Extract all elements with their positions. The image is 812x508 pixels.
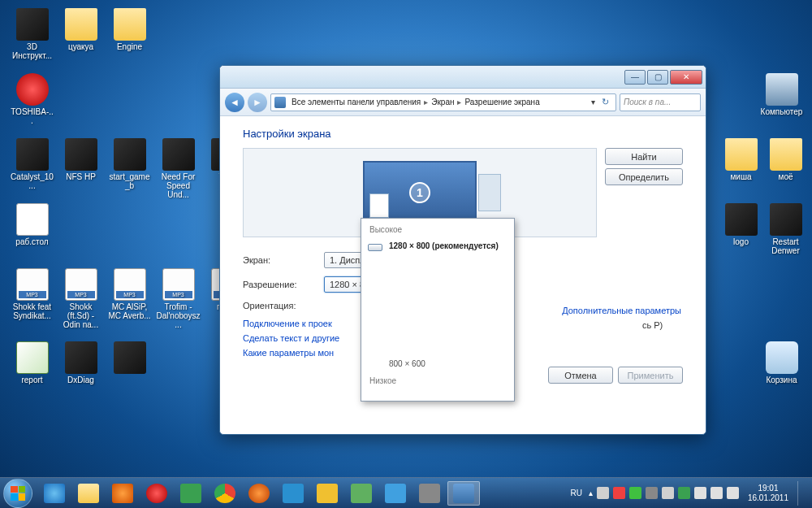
- taskbar-clock[interactable]: 19:01 16.01.2011: [743, 484, 793, 502]
- resolution-slider[interactable]: [369, 239, 381, 369]
- desktop-icon[interactable]: start_game_b: [107, 138, 152, 190]
- desktop-icon[interactable]: TOSHIBA-...: [10, 73, 54, 125]
- start-button[interactable]: [3, 479, 32, 508]
- slider-rec-label: 1280 × 800 (рекомендуется): [389, 241, 499, 250]
- monitor-preview[interactable]: 1: [363, 161, 477, 224]
- system-tray: RU ▴ 19:01 16.01.2011: [568, 481, 809, 506]
- desktop-icon-computer[interactable]: Компьютер: [759, 73, 804, 116]
- taskbar-opera[interactable]: [140, 481, 173, 506]
- resolution-label: Разрешение:: [243, 280, 324, 289]
- tray-icon[interactable]: [662, 487, 674, 499]
- tray-icon[interactable]: [678, 487, 690, 499]
- show-desktop-button[interactable]: [797, 481, 806, 506]
- close-button[interactable]: ✕: [670, 70, 702, 85]
- screen-label: Экран:: [243, 255, 324, 265]
- control-panel-icon: [274, 97, 286, 108]
- taskbar-ie[interactable]: [38, 481, 71, 506]
- tray-icon[interactable]: [727, 487, 739, 499]
- desktop-icon-recycle[interactable]: Корзина: [759, 341, 804, 384]
- address-dropdown-icon[interactable]: ▾: [590, 98, 597, 106]
- windows-logo-icon: [11, 486, 25, 501]
- taskbar-wmp[interactable]: [106, 481, 139, 506]
- desktop-icon[interactable]: NFS HP: [58, 138, 103, 181]
- titlebar[interactable]: — ▢ ✕: [220, 66, 706, 89]
- slider-high-label: Высокое: [369, 225, 506, 234]
- forward-button[interactable]: ►: [248, 93, 267, 112]
- desktop-icon[interactable]: report: [10, 341, 54, 384]
- address-bar[interactable]: Все элементы панели управления▸ Экран▸ Р…: [270, 93, 616, 111]
- apply-button: Применить: [618, 367, 683, 384]
- taskbar: RU ▴ 19:01 16.01.2011: [0, 477, 812, 508]
- desktop-icon[interactable]: 3D Инструкт...: [10, 8, 54, 60]
- taskbar-app[interactable]: [413, 481, 446, 506]
- desktop-icon[interactable]: раб.стол: [10, 203, 54, 246]
- breadcrumb[interactable]: Разрешение экрана: [463, 98, 541, 106]
- language-indicator[interactable]: RU: [568, 488, 584, 498]
- taskbar-explorer[interactable]: [72, 481, 105, 506]
- desktop-icon[interactable]: MC AlSiP, MC Averb...: [107, 268, 152, 320]
- page-title: Настройки экрана: [243, 128, 683, 140]
- taskbar-app[interactable]: [345, 481, 378, 506]
- detect-button[interactable]: Определить: [605, 168, 683, 185]
- find-button[interactable]: Найти: [605, 148, 683, 165]
- taskbar-app[interactable]: [379, 481, 412, 506]
- tray-icon[interactable]: [629, 487, 641, 499]
- tray-icon[interactable]: [597, 487, 609, 499]
- desktop-icon[interactable]: цуакуа: [58, 8, 103, 51]
- desktop-icon[interactable]: Shokk feat Syndikat...: [10, 268, 54, 320]
- orientation-label: Ориентация:: [243, 301, 324, 310]
- tray-icon[interactable]: [646, 487, 658, 499]
- slider-low-label: Низкое: [369, 376, 506, 385]
- tray-volume-icon[interactable]: [710, 487, 723, 499]
- taskbar-app[interactable]: [311, 481, 343, 506]
- monitor-number: 1: [409, 182, 430, 203]
- desktop-icon[interactable]: Restart Denwer: [763, 203, 808, 255]
- tray-chevron-icon[interactable]: ▴: [589, 488, 593, 497]
- advanced-link[interactable]: Дополнительные параметры: [562, 306, 681, 315]
- breadcrumb[interactable]: Экран: [430, 98, 456, 106]
- desktop-icon[interactable]: Trofim - Dal'noboysz...: [156, 268, 201, 329]
- taskbar-app[interactable]: [277, 481, 309, 506]
- taskbar-chrome[interactable]: [209, 481, 241, 506]
- cancel-button[interactable]: Отмена: [548, 367, 613, 384]
- refresh-button[interactable]: ↻: [598, 97, 612, 107]
- desktop-icon[interactable]: Shokk (ft.Sd) - Odin na...: [58, 268, 103, 329]
- desktop-icon[interactable]: Need For Speed Und...: [156, 138, 201, 199]
- maximize-button[interactable]: ▢: [647, 70, 668, 85]
- taskbar-utorrent[interactable]: [175, 481, 207, 506]
- desktop: 3D Инструкт... TOSHIBA-... Catalyst_10..…: [0, 0, 812, 508]
- taskbar-firefox[interactable]: [243, 481, 275, 506]
- slider-800-label: 800 × 600: [389, 359, 425, 368]
- back-button[interactable]: ◄: [225, 93, 244, 112]
- desktop-icon[interactable]: моё: [763, 138, 808, 181]
- link-suffix: сь P): [642, 320, 663, 330]
- breadcrumb[interactable]: Все элементы панели управления: [290, 98, 422, 106]
- desktop-icon[interactable]: [107, 341, 152, 376]
- tray-network-icon[interactable]: [694, 487, 706, 499]
- resolution-popup: Высокое 1280 × 800 (рекомендуется) 800 ×…: [361, 218, 515, 402]
- slider-thumb[interactable]: [368, 244, 382, 251]
- search-input[interactable]: Поиск в па...: [620, 93, 701, 111]
- minimize-button[interactable]: —: [624, 70, 646, 85]
- desktop-icon[interactable]: Engine: [107, 8, 152, 51]
- tray-icon[interactable]: [613, 487, 625, 499]
- taskbar-display-settings[interactable]: [447, 481, 480, 506]
- desktop-icon[interactable]: миша: [719, 138, 763, 181]
- desktop-icon[interactable]: Catalyst_10...: [10, 138, 54, 190]
- navbar: ◄ ► Все элементы панели управления▸ Экра…: [220, 89, 706, 116]
- desktop-icon[interactable]: logo: [719, 203, 763, 246]
- desktop-icon[interactable]: DxDiag: [58, 341, 103, 384]
